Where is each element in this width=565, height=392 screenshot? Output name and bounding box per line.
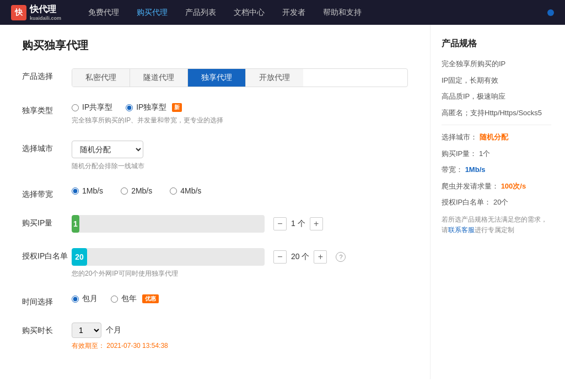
time-content: 包月 包年 优惠 — [72, 294, 408, 304]
tab-private[interactable]: 私密代理 — [72, 69, 130, 87]
whitelist-hint: 您的20个外网IP可同时使用独享代理 — [72, 269, 408, 278]
time-monthly[interactable]: 包月 — [72, 294, 98, 304]
spec-4: 高匿名；支持Http/Https/Socks5 — [442, 108, 551, 119]
spec-city-label: 选择城市： — [442, 133, 477, 141]
spec-crawl-value: 100次/s — [501, 182, 526, 190]
bw-1mb-label: 1Mb/s — [82, 186, 103, 195]
type-exclusive[interactable]: IP独享型 新 — [126, 103, 182, 112]
bandwidth-group: 1Mb/s 2Mb/s 4Mb/s — [72, 186, 408, 195]
nav-item-help[interactable]: 帮助和支持 — [323, 8, 362, 18]
bw-2mb[interactable]: 2Mb/s — [121, 186, 152, 195]
time-monthly-label: 包月 — [82, 294, 98, 304]
spec-3: 高品质IP，极速响应 — [442, 91, 551, 102]
spec-note-text: 若所选产品规格无法满足您的需求， — [442, 216, 547, 223]
duration-row: 1 2 3 6 12 个月 — [72, 323, 408, 338]
city-hint: 随机分配会排除一线城市 — [72, 162, 408, 171]
time-yearly-radio[interactable] — [111, 296, 118, 303]
main-container: 购买独享代理 产品选择 私密代理 隧道代理 独享代理 开放代理 独享类型 — [0, 25, 565, 379]
spec-whitelist-label: 授权IP白名单： — [442, 198, 491, 206]
city-select[interactable]: 随机分配 北京 上海 广州 深圳 — [72, 141, 143, 158]
content-area: 购买独享代理 产品选择 私密代理 隧道代理 独享代理 开放代理 独享类型 — [0, 25, 430, 379]
spec-divider — [442, 125, 551, 125]
header: 快 快代理 kuaidaili.com 免费代理 购买代理 产品列表 文档中心 … — [0, 0, 565, 25]
duration-select[interactable]: 1 2 3 6 12 — [72, 323, 101, 338]
spec-bw-label: 带宽： — [442, 165, 463, 174]
type-exclusive-label: IP独享型 — [136, 103, 166, 112]
nav: 免费代理 购买代理 产品列表 文档中心 开发者 帮助和支持 — [88, 8, 362, 18]
help-icon[interactable]: ? — [336, 252, 346, 262]
ip-qty-fill-label: 1 — [73, 219, 78, 228]
city-label: 选择城市 — [22, 141, 72, 154]
expiry-label: 有效期至： — [72, 342, 105, 350]
type-shared[interactable]: IP共享型 — [72, 103, 112, 112]
ip-qty-increment[interactable]: + — [310, 217, 323, 230]
nav-item-buy[interactable]: 购买代理 — [137, 8, 168, 18]
header-indicator — [547, 9, 554, 16]
bw-2mb-radio[interactable] — [121, 187, 128, 195]
bw-1mb[interactable]: 1Mb/s — [72, 186, 103, 195]
bw-4mb-radio[interactable] — [170, 187, 177, 195]
type-exclusive-badge: 新 — [172, 103, 182, 112]
product-tabs-container: 私密代理 隧道代理 独享代理 开放代理 — [72, 68, 408, 87]
whitelist-label: 授权IP白名单 — [22, 248, 72, 261]
product-label: 产品选择 — [22, 68, 72, 82]
bandwidth-content: 1Mb/s 2Mb/s 4Mb/s — [72, 186, 408, 195]
tab-tunnel[interactable]: 隧道代理 — [130, 69, 188, 87]
spec-city: 选择城市： 随机分配 — [442, 132, 551, 143]
spec-whitelist-value: 20个 — [493, 198, 508, 206]
form-row-bandwidth: 选择带宽 1Mb/s 2Mb/s 4Mb/s — [22, 186, 408, 200]
form-row-product: 产品选择 私密代理 隧道代理 独享代理 开放代理 — [22, 68, 408, 87]
tab-exclusive[interactable]: 独享代理 — [188, 69, 246, 87]
city-content: 随机分配 北京 上海 广州 深圳 随机分配会排除一线城市 — [72, 141, 408, 171]
time-monthly-radio[interactable] — [72, 296, 79, 303]
time-label: 时间选择 — [22, 294, 72, 307]
header-right — [547, 9, 554, 16]
nav-item-products[interactable]: 产品列表 — [185, 8, 216, 18]
spec-note-link[interactable]: 联系客服 — [448, 226, 475, 234]
ip-qty-decrement[interactable]: − — [273, 217, 287, 230]
whitelist-stepper: − 20 个 + — [273, 250, 327, 264]
type-shared-radio[interactable] — [72, 104, 79, 111]
whitelist-increment[interactable]: + — [314, 250, 327, 264]
ip-qty-stepper: − 1 个 + — [273, 217, 323, 230]
whitelist-decrement[interactable]: − — [273, 250, 287, 264]
ip-qty-display: 1 个 — [291, 219, 305, 229]
spec-note3: 进行专属定制 — [475, 226, 514, 234]
bw-1mb-radio[interactable] — [72, 187, 79, 195]
bw-4mb[interactable]: 4Mb/s — [170, 186, 201, 195]
nav-item-dev[interactable]: 开发者 — [282, 8, 305, 18]
spec-bw: 带宽： 1Mb/s — [442, 164, 551, 175]
spec-bw-value: 1Mb/s — [465, 165, 486, 174]
bandwidth-label: 选择带宽 — [22, 186, 72, 200]
logo-icon: 快 — [11, 5, 26, 20]
spec-2: IP固定，长期有效 — [442, 75, 551, 86]
duration-content: 1 2 3 6 12 个月 有效期至： 2021-07-30 13:54:38 — [72, 323, 408, 351]
expiry-hint: 有效期至： 2021-07-30 13:54:38 — [72, 341, 408, 351]
ip-qty-label: 购买IP量 — [22, 215, 72, 228]
type-hint: 完全独享所购买的IP、并发量和带宽，更专业的选择 — [72, 116, 408, 125]
spec-note2: 请 — [442, 226, 448, 234]
whitelist-fill: 20 — [72, 248, 87, 266]
form-row-ip-qty: 购买IP量 1 − 1 个 + — [22, 215, 408, 233]
whitelist-row: 20 − 20 个 + ? — [72, 248, 408, 266]
ip-qty-progress: 1 — [72, 215, 265, 233]
spec-ip-qty-label: 购买IP量： — [442, 149, 477, 158]
tab-open[interactable]: 开放代理 — [246, 69, 303, 87]
spec-ip-qty-value: 1个 — [479, 149, 490, 158]
time-yearly[interactable]: 包年 优惠 — [111, 294, 159, 304]
product-tabs: 私密代理 隧道代理 独享代理 开放代理 — [72, 68, 408, 87]
spec-whitelist: 授权IP白名单： 20个 — [442, 197, 551, 208]
form-row-time: 时间选择 包月 包年 优惠 — [22, 294, 408, 307]
whitelist-fill-label: 20 — [75, 253, 84, 261]
duration-unit: 个月 — [106, 325, 121, 335]
sidebar-title: 产品规格 — [442, 38, 551, 50]
page-title: 购买独享代理 — [22, 38, 408, 53]
nav-item-free[interactable]: 免费代理 — [88, 8, 119, 18]
type-exclusive-radio[interactable] — [126, 104, 133, 111]
type-content: IP共享型 IP独享型 新 完全独享所购买的IP、并发量和带宽，更专业的选择 — [72, 103, 408, 125]
sidebar: 产品规格 完全独享所购买的IP IP固定，长期有效 高品质IP，极速响应 高匿名… — [430, 25, 562, 379]
spec-ip-qty: 购买IP量： 1个 — [442, 148, 551, 159]
time-radio-group: 包月 包年 优惠 — [72, 294, 408, 304]
whitelist-progress: 20 — [72, 248, 265, 266]
nav-item-docs[interactable]: 文档中心 — [234, 8, 265, 18]
